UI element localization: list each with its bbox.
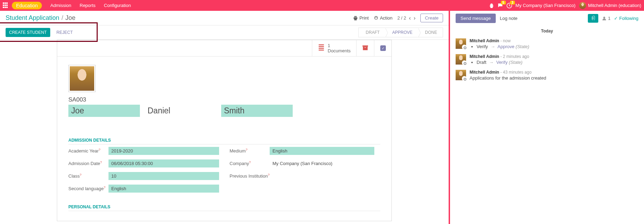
label-previous-institution: Previous Institution? [230, 173, 270, 179]
tracking-field: (State) [509, 60, 523, 65]
nav-link-reports[interactable]: Reports [75, 3, 100, 8]
message-time: - now [500, 38, 510, 43]
nav-link-admission[interactable]: Admission [46, 3, 75, 8]
pager-value[interactable]: 2 / 2 [397, 15, 406, 21]
debug-icon[interactable] [489, 3, 494, 8]
message-author[interactable]: Mitchell Admin [470, 70, 499, 75]
field-previous-institution[interactable] [270, 174, 380, 177]
button-box: 1 Documents ✓ [57, 40, 391, 57]
svg-point-4 [603, 16, 605, 18]
archive-button[interactable] [356, 40, 374, 56]
label-class: Class? [68, 173, 108, 179]
field-second-language[interactable]: English [108, 185, 219, 193]
tracking-old: Verify [477, 44, 488, 49]
check-icon: ✓ [380, 45, 386, 51]
arrow-icon: → [491, 44, 495, 49]
svg-rect-2 [363, 46, 368, 50]
status-step-draft[interactable]: DRAFT [358, 28, 385, 37]
activity-badge: 3 [510, 1, 515, 5]
chat-icon[interactable]: 5 [497, 3, 503, 8]
following-button[interactable]: ✓ Following [614, 16, 638, 21]
documents-button[interactable]: 1 Documents [312, 40, 356, 56]
action-button[interactable]: Action [374, 15, 392, 21]
message-time: - 43 minutes ago [500, 70, 531, 75]
label-admission-date: Admission Date? [68, 160, 108, 166]
avatar[interactable] [456, 38, 466, 49]
documents-label: Documents [328, 48, 351, 53]
user-name: Mitchell Admin (education) [588, 3, 641, 8]
reject-button[interactable]: REJECT [53, 28, 76, 37]
company-switcher[interactable]: My Company (San Francisco) [516, 3, 576, 8]
active-toggle[interactable]: ✓ [374, 40, 391, 56]
log-note-button[interactable]: Log note [500, 16, 518, 21]
gear-icon [374, 16, 379, 21]
avatar[interactable] [456, 54, 466, 65]
label-second-language: Second language? [68, 186, 108, 191]
label-academic-year: Academic Year? [68, 148, 108, 154]
apps-icon[interactable] [3, 2, 9, 9]
message-item: Mitchell Admin - 43 minutes ago Applicat… [450, 68, 644, 83]
clock-icon[interactable]: 3 [507, 3, 512, 8]
tracking-new[interactable]: Verify [496, 60, 508, 65]
user-avatar-icon [579, 2, 586, 9]
message-body: Applications for the admission created [470, 75, 638, 81]
status-step-done[interactable]: DONE [418, 28, 443, 37]
tracking-new[interactable]: Approve [497, 44, 514, 49]
student-code: SA003 [68, 96, 380, 103]
followers-count[interactable]: 1 [602, 16, 611, 21]
student-avatar[interactable] [68, 65, 96, 92]
last-name-field[interactable]: Smith [221, 105, 293, 117]
navbar: Education Admission Reports Configuratio… [0, 0, 644, 11]
documents-icon [318, 44, 325, 53]
send-message-button[interactable]: Send message [456, 14, 496, 23]
tracking-field: (State) [516, 44, 529, 49]
pager: 2 / 2 ‹ › [397, 15, 415, 21]
svg-rect-1 [362, 45, 368, 46]
chat-badge: 5 [501, 1, 506, 5]
nav-link-configuration[interactable]: Configuration [100, 3, 135, 8]
arrow-icon: → [489, 60, 494, 65]
status-step-approve[interactable]: APPROVE [385, 28, 418, 37]
print-icon [353, 16, 358, 21]
user-menu[interactable]: Mitchell Admin (education) [579, 2, 641, 9]
breadcrumb-sep: / [61, 14, 63, 22]
paperclip-icon [591, 15, 596, 20]
field-admission-date[interactable]: 06/06/2018 05:30:00 [108, 159, 219, 167]
documents-count: 1 [328, 43, 351, 48]
field-company[interactable]: My Company (San Francisco) [270, 159, 380, 167]
section-admission-details: ADMISSION DETAILS [68, 138, 380, 144]
pager-prev-icon[interactable]: ‹ [409, 15, 411, 21]
middle-name-field[interactable]: Daniel [145, 105, 216, 117]
message-author[interactable]: Mitchell Admin [470, 38, 499, 43]
brand-pill[interactable]: Education [12, 2, 42, 9]
chatter: Send message Log note 1 ✓ Following Toda… [450, 11, 644, 224]
breadcrumb: Student Application / Joe [6, 14, 75, 22]
field-class[interactable]: 10 [108, 172, 219, 180]
field-academic-year[interactable]: 2019-2020 [108, 147, 219, 155]
date-separator: Today [450, 26, 644, 36]
status-steps: DRAFT APPROVE DONE [358, 28, 443, 37]
avatar[interactable] [456, 70, 466, 80]
create-button[interactable]: Create [420, 14, 443, 22]
field-medium[interactable]: English [270, 147, 374, 155]
archive-icon [362, 45, 368, 52]
message-author[interactable]: Mitchell Admin [470, 54, 499, 59]
breadcrumb-root[interactable]: Student Application [6, 14, 59, 22]
check-icon: ✓ [614, 16, 618, 21]
svg-rect-3 [365, 47, 366, 47]
first-name-field[interactable]: Joe [68, 105, 140, 117]
status-bar: CREATE STUDENT REJECT DRAFT APPROVE DONE [0, 25, 449, 40]
attach-button[interactable] [588, 14, 598, 23]
breadcrumb-current: Joe [65, 14, 75, 22]
form-sheet: 1 Documents ✓ [57, 40, 392, 221]
control-panel: Student Application / Joe Print Action 2… [0, 11, 449, 25]
tracking-old: Draft [477, 60, 486, 65]
pager-next-icon[interactable]: › [414, 15, 415, 21]
create-student-button[interactable]: CREATE STUDENT [6, 28, 50, 37]
label-company: Company? [230, 160, 270, 166]
label-medium: Medium? [230, 148, 270, 154]
message-item: Mitchell Admin - now Verify → Approve (S… [450, 36, 644, 52]
message-item: Mitchell Admin - 2 minutes ago Draft → V… [450, 52, 644, 68]
section-personal-details: PERSONAL DETAILS [68, 204, 380, 211]
print-button[interactable]: Print [353, 15, 369, 21]
